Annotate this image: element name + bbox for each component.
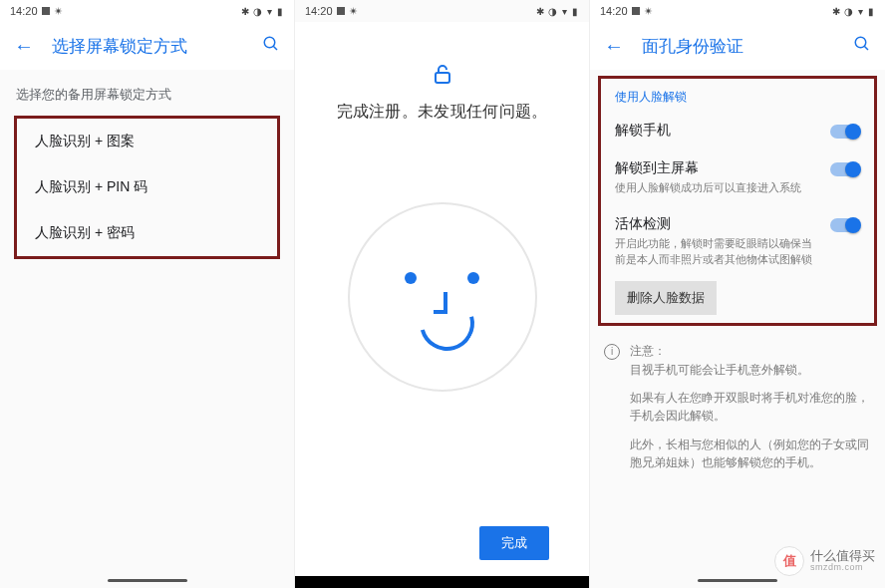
status-time: 14:20 bbox=[600, 5, 628, 17]
svg-rect-2 bbox=[436, 73, 449, 83]
note-texts: 注意：目视手机可能会让手机意外解锁。 如果有人在您睁开双眼时将手机对准您的脸，手… bbox=[630, 342, 871, 481]
screen-face-done: 14:20 ✴ ✱ ◑ ▾ ▮ 完成注册。未发现任何问题。 完成 bbox=[295, 0, 590, 588]
appbar: ← 面孔身份验证 bbox=[590, 22, 885, 70]
section-head: 使用人脸解锁 bbox=[601, 79, 874, 112]
status-app-icon bbox=[632, 7, 640, 15]
statusbar: 14:20 ✴ ✱ ◑ ▾ ▮ bbox=[590, 0, 885, 22]
face-eye-right bbox=[467, 272, 479, 284]
status-time: 14:20 bbox=[10, 5, 38, 17]
setting-title: 解锁到主屏幕 bbox=[615, 159, 822, 177]
enrollment-body: 完成注册。未发现任何问题。 完成 bbox=[295, 22, 589, 588]
home-indicator[interactable] bbox=[698, 579, 777, 582]
status-wechat-icon: ✴ bbox=[644, 5, 653, 18]
done-button[interactable]: 完成 bbox=[479, 526, 549, 560]
toggle-switch-on[interactable] bbox=[830, 162, 860, 176]
setting-title: 活体检测 bbox=[615, 215, 822, 233]
setting-sub: 使用人脸解锁成功后可以直接进入系统 bbox=[615, 180, 822, 195]
setting-title: 解锁手机 bbox=[615, 122, 822, 140]
settings-highlight: 使用人脸解锁 解锁手机 解锁到主屏幕 使用人脸解锁成功后可以直接进入系统 bbox=[598, 76, 877, 326]
svg-point-3 bbox=[855, 37, 866, 48]
setting-liveness[interactable]: 活体检测 开启此功能，解锁时需要眨眼睛以确保当前是本人而非照片或者其他物体试图解… bbox=[601, 205, 874, 277]
watermark-url: smzdm.com bbox=[810, 563, 875, 573]
lock-option-password[interactable]: 人脸识别 + 密码 bbox=[17, 210, 277, 256]
enrollment-message: 完成注册。未发现任何问题。 bbox=[337, 102, 548, 123]
statusbar: 14:20 ✴ ✱ ◑ ▾ ▮ bbox=[295, 0, 589, 22]
screen-lock-method: 14:20 ✴ ✱ ◑ ▾ ▮ ← 选择屏幕锁定方式 选择您的备用屏幕锁定方式 … bbox=[0, 0, 295, 588]
note-block: i 注意：目视手机可能会让手机意外解锁。 如果有人在您睁开双眼时将手机对准您的脸… bbox=[590, 336, 885, 487]
watermark-icon: 值 bbox=[774, 546, 804, 576]
unlock-icon bbox=[431, 62, 454, 90]
search-icon[interactable] bbox=[853, 35, 871, 57]
delete-face-button[interactable]: 删除人脸数据 bbox=[615, 281, 717, 315]
appbar: ← 选择屏幕锁定方式 bbox=[0, 22, 294, 70]
lock-option-pattern[interactable]: 人脸识别 + 图案 bbox=[17, 119, 277, 164]
lock-option-pin[interactable]: 人脸识别 + PIN 码 bbox=[17, 164, 277, 210]
status-right-icons: ✱ ◑ ▾ ▮ bbox=[536, 6, 579, 17]
toggle-switch-on[interactable] bbox=[830, 125, 860, 139]
status-time: 14:20 bbox=[305, 5, 333, 17]
face-smile bbox=[409, 286, 483, 361]
note-line1: 目视手机可能会让手机意外解锁。 bbox=[630, 364, 809, 376]
subtitle: 选择您的备用屏幕锁定方式 bbox=[0, 70, 294, 112]
svg-line-4 bbox=[864, 46, 868, 50]
setting-unlock-home[interactable]: 解锁到主屏幕 使用人脸解锁成功后可以直接进入系统 bbox=[601, 149, 874, 205]
face-illustration bbox=[348, 202, 537, 392]
nav-bar bbox=[295, 576, 589, 588]
svg-line-1 bbox=[273, 46, 277, 50]
status-wechat-icon: ✴ bbox=[349, 5, 358, 18]
setting-sub: 开启此功能，解锁时需要眨眼睛以确保当前是本人而非照片或者其他物体试图解锁 bbox=[615, 236, 822, 267]
toggle-switch-on[interactable] bbox=[830, 218, 860, 232]
options-highlight: 人脸识别 + 图案 人脸识别 + PIN 码 人脸识别 + 密码 bbox=[14, 116, 280, 259]
info-icon: i bbox=[604, 344, 620, 360]
svg-point-0 bbox=[264, 37, 275, 48]
screen-face-settings: 14:20 ✴ ✱ ◑ ▾ ▮ ← 面孔身份验证 使用人脸解锁 解锁手机 bbox=[590, 0, 885, 588]
setting-unlock-phone[interactable]: 解锁手机 bbox=[601, 112, 874, 149]
note-title: 注意： bbox=[630, 345, 666, 357]
note-line3: 此外，长相与您相似的人（例如您的子女或同胞兄弟姐妹）也能够解锁您的手机。 bbox=[630, 436, 871, 472]
back-icon[interactable]: ← bbox=[604, 35, 624, 58]
watermark-text: 什么值得买 bbox=[810, 549, 875, 563]
face-eye-left bbox=[405, 272, 417, 284]
status-right-icons: ✱ ◑ ▾ ▮ bbox=[832, 6, 875, 17]
back-icon[interactable]: ← bbox=[14, 35, 34, 58]
page-title: 面孔身份验证 bbox=[642, 35, 835, 58]
status-right-icons: ✱ ◑ ▾ ▮ bbox=[241, 6, 284, 17]
statusbar: 14:20 ✴ ✱ ◑ ▾ ▮ bbox=[0, 0, 294, 22]
note-line2: 如果有人在您睁开双眼时将手机对准您的脸，手机会因此解锁。 bbox=[630, 389, 871, 426]
home-indicator[interactable] bbox=[108, 579, 187, 582]
search-icon[interactable] bbox=[262, 35, 280, 57]
status-app-icon bbox=[42, 7, 50, 15]
status-wechat-icon: ✴ bbox=[54, 5, 63, 18]
status-app-icon bbox=[337, 7, 345, 15]
watermark: 值 什么值得买 smzdm.com bbox=[774, 546, 875, 576]
page-title: 选择屏幕锁定方式 bbox=[52, 35, 244, 58]
